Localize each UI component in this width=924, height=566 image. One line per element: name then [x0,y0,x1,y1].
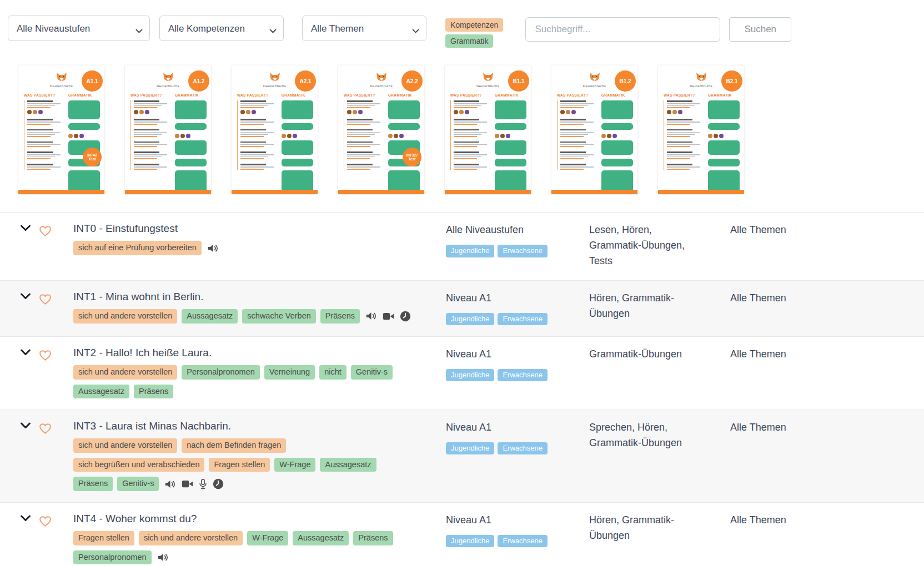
level-poster[interactable]: Deutschfuchs A1.2 WAS PASSIERT? GRAMMATI… [125,65,211,194]
expand-chevron-button[interactable] [20,292,31,301]
lesson-title[interactable]: INT1 - Mina wohnt in Berlin. [73,291,411,303]
fox-logo-icon [268,72,282,84]
lesson-tag: schwache Verben [242,309,315,324]
expand-chevron-button[interactable] [20,224,31,233]
clock-icon [400,311,411,322]
grammar-box [601,140,633,155]
expand-chevron-button[interactable] [20,348,31,357]
lesson-niveau: Niveau A1 [446,291,576,306]
level-poster[interactable]: Deutschfuchs A1.1 WAS PASSIERT? GRAMMATI… [18,65,104,194]
video-camera-icon [383,312,394,321]
favorite-heart-button[interactable] [38,224,52,237]
audience-badge: Jugendliche [446,245,494,257]
poster-timeline [344,100,385,170]
clock-icon [213,478,224,489]
people-illustration [454,110,491,114]
people-illustration [240,110,278,114]
lesson-tag: Fragen stellen [209,458,270,472]
lesson-kompetenzen: Hören, Grammatik-Übungen [576,513,717,564]
grammar-box [708,123,740,130]
poster-footer-bar [18,190,104,194]
lesson-tag: W-Frage [274,458,315,472]
favorite-heart-button[interactable] [38,292,52,305]
audio-speaker-icon [365,311,377,321]
lesson-tags: sich und andere vorstellenPersonalpronom… [73,365,411,398]
fox-logo-icon [55,72,68,84]
poster-brand: Deutschfuchs [50,84,73,88]
poster-heading-left: WAS PASSIERT? [557,93,598,97]
poster-timeline [450,100,491,170]
lesson-title[interactable]: INT0 - Einstufungstest [73,223,411,235]
grammar-box [495,159,526,166]
lesson-themen: Alle Themen [717,347,924,398]
kompetenz-select[interactable]: Alle Kompetenzen [159,16,284,41]
poster-heading-right: GRAMMATIK [708,93,740,97]
grammar-box [388,100,420,119]
lesson-tag: Personalpronomen [182,365,260,380]
lesson-tag: Verneinung [264,365,315,380]
audio-speaker-icon [207,243,219,254]
niveau-select[interactable]: Alle Niveaustufen [8,16,150,41]
people-illustration [27,110,65,114]
level-poster[interactable]: Deutschfuchs B2.1 WAS PASSIERT? GRAMMATI… [658,65,744,194]
expand-chevron-button[interactable] [20,422,31,430]
poster-heading-left: WAS PASSIERT? [450,93,491,97]
lesson-kompetenzen: Grammatik-Übungen [576,347,717,398]
poster-brand: Deutschfuchs [263,84,286,88]
search-button[interactable]: Suchen [729,17,791,42]
poster-brand: Deutschfuchs [476,84,499,88]
favorite-heart-button[interactable] [38,514,52,527]
poster-body: WAS PASSIERT? GRAMMATIK [18,88,104,194]
lesson-title[interactable]: INT3 - Laura ist Minas Nachbarin. [73,420,411,432]
lesson-tags: sich und andere vorstellenAussagesatzsch… [73,309,411,324]
level-poster[interactable]: Deutschfuchs B1.1 WAS PASSIERT? GRAMMATI… [445,65,531,194]
poster-heading-right: GRAMMATIK [495,93,526,97]
audio-speaker-icon [164,479,176,489]
lesson-tag: Präsens [353,531,393,545]
grammar-box [282,159,313,166]
poster-heading-right: GRAMMATIK [388,93,420,97]
poster-timeline [130,100,172,170]
lesson-themen: Alle Themen [717,420,924,491]
lesson-niveau: Niveau A1 [446,347,576,362]
lesson-tags: sich auf eine Prüfung vorbereiten [73,241,411,255]
lesson-audience: JugendlicheErwachsene [446,442,576,454]
lesson-tag: nach dem Befinden fragen [182,438,286,453]
lesson-title[interactable]: INT2 - Hallo! Ich heiße Laura. [73,347,411,359]
audience-badge: Jugendliche [446,313,494,325]
lesson-title[interactable]: INT4 - Woher kommst du? [73,513,411,525]
level-poster[interactable]: Deutschfuchs A2.1 WAS PASSIERT? GRAMMATI… [232,65,318,194]
people-illustration [68,134,100,138]
audience-badge: Jugendliche [446,369,494,381]
grammar-box [601,123,633,130]
poster-heading-left: WAS PASSIERT? [130,93,172,97]
people-illustration [495,134,526,138]
search-input[interactable] [525,17,720,42]
video-camera-icon [182,479,193,488]
legend-chip: Grammatik [445,34,493,48]
poster-body: WAS PASSIERT? GRAMMATIK [445,88,531,194]
favorite-heart-button[interactable] [38,348,52,361]
audience-badge: Jugendliche [446,442,494,454]
expand-chevron-button[interactable] [20,514,31,523]
grammar-box [495,140,526,155]
fox-logo-icon [588,72,601,84]
grammar-box [175,159,207,166]
level-poster[interactable]: Deutschfuchs B1.2 WAS PASSIERT? GRAMMATI… [551,65,637,194]
lesson-audience: JugendlicheErwachsene [446,245,576,257]
poster-footer-bar [232,190,318,194]
level-poster[interactable]: Deutschfuchs A2.2 WAS PASSIERT? GRAMMATI… [338,65,424,194]
favorite-heart-button[interactable] [38,422,52,434]
lesson-themen: Alle Themen [717,223,924,269]
poster-footer-bar [658,190,744,194]
audience-badge: Jugendliche [446,535,494,547]
poster-heading-left: WAS PASSIERT? [664,93,705,97]
lesson-tags: sich und andere vorstellennach dem Befin… [73,438,411,491]
grammar-box [601,100,633,119]
lesson-tag: sich auf eine Prüfung vorbereiten [73,241,202,255]
themen-select[interactable]: Alle Themen [302,16,426,41]
grammar-box [282,100,313,119]
lesson-list: INT0 - Einstufungstest sich auf eine Prü… [0,212,924,566]
lesson-row: INT1 - Mina wohnt in Berlin. sich und an… [0,280,924,336]
people-illustration [347,110,385,114]
